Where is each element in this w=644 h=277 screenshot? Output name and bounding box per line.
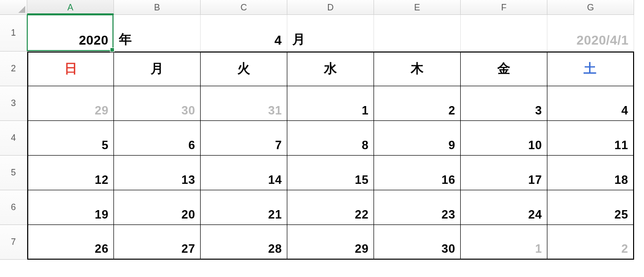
calendar-day-r4-c3[interactable]: 7 [201,121,287,156]
calendar-day-r5-c7[interactable]: 18 [547,156,634,190]
calendar-day-r4-c6[interactable]: 10 [461,121,547,156]
calendar-day-r5-c3[interactable]: 14 [201,156,287,190]
calendar-day-r6-c1[interactable]: 19 [27,190,114,225]
weekday-header-5[interactable]: 金 [461,52,547,86]
row-header-7[interactable]: 7 [0,225,27,260]
weekday-header-3[interactable]: 水 [287,52,374,86]
column-header-D[interactable]: D [287,0,374,15]
weekday-header-4[interactable]: 木 [374,52,461,86]
column-header-G[interactable]: G [547,0,634,15]
calendar-day-r7-c3[interactable]: 28 [201,225,287,260]
cell-E1[interactable] [374,15,461,52]
calendar-day-r4-c7[interactable]: 11 [547,121,634,156]
calendar-day-r3-c1[interactable]: 29 [27,86,114,121]
row-header-5[interactable]: 5 [0,156,27,190]
row-header-4[interactable]: 4 [0,121,27,156]
cell-A1-year-value[interactable]: 2020 [27,15,114,52]
calendar-day-r6-c3[interactable]: 21 [201,190,287,225]
calendar-day-r3-c3[interactable]: 31 [201,86,287,121]
calendar-day-r5-c6[interactable]: 17 [461,156,547,190]
column-headers: ABCDEFG [27,0,634,15]
row-header-6[interactable]: 6 [0,190,27,225]
calendar-day-r7-c6[interactable]: 1 [461,225,547,260]
cell-G1-date-text[interactable]: 2020/4/1 [547,15,634,52]
calendar-day-r5-c5[interactable]: 16 [374,156,461,190]
calendar-day-r4-c1[interactable]: 5 [27,121,114,156]
calendar-day-r4-c5[interactable]: 9 [374,121,461,156]
calendar-day-r6-c5[interactable]: 23 [374,190,461,225]
calendar-day-r7-c5[interactable]: 30 [374,225,461,260]
row-header-3[interactable]: 3 [0,86,27,121]
calendar-day-r6-c2[interactable]: 20 [114,190,201,225]
select-all-corner[interactable] [0,0,27,15]
row-headers: 1234567 [0,15,27,260]
column-header-F[interactable]: F [461,0,547,15]
calendar-day-r7-c4[interactable]: 29 [287,225,374,260]
calendar-day-r3-c7[interactable]: 4 [547,86,634,121]
weekday-header-1[interactable]: 月 [114,52,201,86]
calendar-day-r6-c4[interactable]: 22 [287,190,374,225]
calendar-day-r3-c5[interactable]: 2 [374,86,461,121]
calendar-day-r3-c2[interactable]: 30 [114,86,201,121]
calendar-day-r5-c1[interactable]: 12 [27,156,114,190]
calendar-day-r6-c7[interactable]: 25 [547,190,634,225]
column-header-E[interactable]: E [374,0,461,15]
column-header-C[interactable]: C [201,0,287,15]
calendar-day-r5-c4[interactable]: 15 [287,156,374,190]
calendar-day-r7-c1[interactable]: 26 [27,225,114,260]
weekday-header-0[interactable]: 日 [27,52,114,86]
weekday-header-2[interactable]: 火 [201,52,287,86]
calendar-day-r4-c4[interactable]: 8 [287,121,374,156]
calendar-day-r7-c2[interactable]: 27 [114,225,201,260]
calendar-day-r6-c6[interactable]: 24 [461,190,547,225]
row-header-1[interactable]: 1 [0,15,27,52]
cell-B1-year-label[interactable]: 年 [114,15,201,52]
cell-C1-month-value[interactable]: 4 [201,15,287,52]
cell-F1[interactable] [461,15,547,52]
calendar-day-r4-c2[interactable]: 6 [114,121,201,156]
weekday-header-6[interactable]: 土 [547,52,634,86]
cell-D1-month-label[interactable]: 月 [287,15,374,52]
row-header-2[interactable]: 2 [0,52,27,86]
calendar-day-r7-c7[interactable]: 2 [547,225,634,260]
calendar-day-r3-c4[interactable]: 1 [287,86,374,121]
calendar-day-r5-c2[interactable]: 13 [114,156,201,190]
column-header-B[interactable]: B [114,0,201,15]
spreadsheet-viewport: ABCDEFG 1234567 2020年4月2020/4/1日月火水木金土29… [0,0,644,277]
column-header-A[interactable]: A [27,0,114,15]
calendar-day-r3-c6[interactable]: 3 [461,86,547,121]
cell-grid: 2020年4月2020/4/1日月火水木金土293031123456789101… [27,15,634,260]
